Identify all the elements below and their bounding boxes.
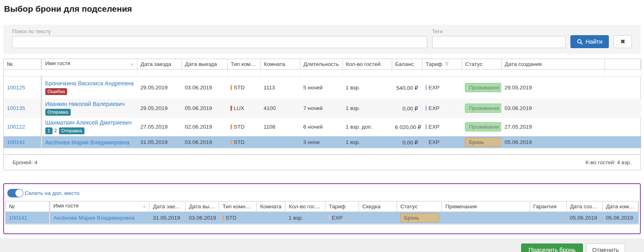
room-type-color-icon: [230, 140, 232, 145]
bookings-count: Броней: 4: [13, 159, 37, 165]
guest-name-link[interactable]: Шахматкин Алексей Дмитриевич: [45, 119, 132, 126]
col-number[interactable]: №: [6, 201, 49, 212]
cell-created: 27.05.2019: [501, 118, 604, 136]
search-icon: [577, 39, 583, 45]
col-status[interactable]: Статус: [397, 201, 442, 212]
booking-number-link[interactable]: 100135: [7, 105, 25, 111]
guests-count: К-во гостей: 4 взр.: [585, 159, 631, 165]
cell-checkout: 05.06.2019: [182, 99, 227, 118]
filter-cell[interactable]: [342, 70, 392, 76]
col-checkin[interactable]: Дата заезда: [150, 201, 186, 212]
cell-checkin: 31.05.2019: [137, 136, 182, 148]
booking-row-selected[interactable]: 100141 Аксёнова Мария Владимировна 31.05…: [4, 136, 641, 148]
tags-label: Теги: [432, 28, 566, 34]
filter-cell[interactable]: [137, 70, 182, 76]
booking-number-link[interactable]: 100141: [7, 139, 25, 145]
bookings-table: № Имя гостя▲ Дата заезда Дата выезда Тип…: [3, 59, 641, 170]
col-checkout[interactable]: Дата выезда: [186, 201, 219, 212]
cell-tariff: EXP: [422, 99, 462, 118]
filter-icon[interactable]: [445, 62, 449, 66]
filter-cell[interactable]: [604, 70, 641, 76]
cell-guest: Шахматкин Алексей Дмитриевич 12Отправка: [41, 118, 137, 136]
col-discount[interactable]: Скидка: [359, 201, 397, 212]
col-duration[interactable]: Длительность: [300, 59, 342, 70]
col-room[interactable]: Комната: [260, 59, 300, 70]
cell-created: 05.06.2019: [566, 212, 602, 224]
cell-duration: 7 ночей: [300, 99, 342, 118]
col-guest-count[interactable]: Кол-во гостей: [342, 59, 392, 70]
filter-cell[interactable]: [422, 70, 462, 76]
col-checkin[interactable]: Дата заезда: [137, 59, 182, 70]
cell-tariff: EXP: [422, 118, 462, 136]
cell-balance: 0,00 ₽: [392, 99, 422, 118]
cell-discount: [359, 212, 397, 224]
filter-cell[interactable]: [227, 70, 260, 76]
col-room-type[interactable]: Тип комнаты: [227, 59, 260, 70]
col-room-type[interactable]: Тип комнаты: [219, 201, 257, 212]
cell-duration: 5 ночей: [300, 76, 342, 99]
cell-room: 1113: [260, 76, 300, 99]
cell-duration: 3 ночи: [300, 136, 342, 148]
cell-number: 100135: [4, 99, 41, 118]
col-modified[interactable]: Дата изме…: [602, 201, 638, 212]
cell-checkin: 27.05.2019: [137, 118, 182, 136]
extra-bed-table: № Имя гостя▲ Дата заезда Дата выезда Тип…: [5, 201, 639, 224]
col-guest[interactable]: Имя гостя▲: [41, 59, 137, 70]
page-title: Выбор брони для подселения: [3, 3, 641, 14]
filter-cell[interactable]: [182, 70, 227, 76]
col-status[interactable]: Статус: [462, 59, 501, 70]
booking-number-link[interactable]: 100122: [7, 124, 25, 130]
booking-number-link[interactable]: 100141: [9, 215, 27, 221]
filter-cell[interactable]: [462, 70, 501, 76]
cell-guest-count: 1 взр. доп.: [342, 118, 392, 136]
col-balance[interactable]: Баланс: [392, 59, 422, 70]
booking-row[interactable]: 100125 Броничкина Василиса Андреевна Оши…: [4, 76, 641, 99]
extra-bed-toggle[interactable]: [7, 189, 23, 197]
col-created[interactable]: Дата создания: [501, 59, 604, 70]
col-created[interactable]: Дата созд…: [566, 201, 602, 212]
cell-balance: 0,00 ₽: [392, 136, 422, 148]
filter-cell[interactable]: [260, 70, 300, 76]
col-tariff[interactable]: Тариф: [422, 59, 462, 70]
col-guarantee[interactable]: Гарантия: [530, 201, 566, 212]
filter-cell[interactable]: [300, 70, 342, 76]
search-text-input[interactable]: [12, 36, 427, 48]
close-icon: ✖: [620, 38, 625, 45]
cell-modified: 05.06.2019: [602, 212, 638, 224]
find-button-label: Найти: [586, 38, 602, 45]
cancel-button[interactable]: Отменить: [586, 244, 625, 252]
filter-cell[interactable]: [501, 70, 604, 76]
cell-number: 100125: [4, 76, 41, 99]
cell-status: Проживание: [462, 99, 501, 118]
cell-guest-count: 1 взр.: [342, 76, 392, 99]
col-guest-count[interactable]: Кол-во гостей: [285, 201, 325, 212]
booking-number-link[interactable]: 100125: [7, 85, 25, 91]
booking-row[interactable]: 100122 Шахматкин Алексей Дмитриевич 12От…: [4, 118, 641, 136]
filter-cell[interactable]: [4, 70, 41, 76]
guest-name-link[interactable]: Броничкина Василиса Андреевна: [45, 80, 134, 87]
find-button[interactable]: Найти: [570, 35, 609, 48]
col-notes[interactable]: Примечания: [442, 201, 530, 212]
sort-asc-icon: ▲: [130, 60, 134, 68]
status-badge: Проживание: [465, 83, 501, 92]
confirm-button[interactable]: Подселить бронь: [521, 244, 583, 252]
col-checkout[interactable]: Дата выезда: [182, 59, 227, 70]
col-room[interactable]: Комната: [257, 201, 285, 212]
cell-guest-count: 1 взр.: [342, 136, 392, 148]
booking-row[interactable]: 100135 Иванкин Николай Валериевич Отправ…: [4, 99, 641, 118]
cell-status: Проживание: [462, 118, 501, 136]
filter-cell[interactable]: [392, 70, 422, 76]
cell-guest: Аксёнова Мария Владимировна: [41, 136, 137, 148]
tags-input[interactable]: [432, 36, 566, 48]
booking-row-selected[interactable]: 100141 Аксёнова Мария Владимировна 31.05…: [6, 212, 638, 224]
clear-filters-button[interactable]: ✖: [614, 35, 632, 48]
filter-cell[interactable]: [41, 70, 137, 76]
col-tariff[interactable]: Тариф: [325, 201, 359, 212]
count-badge: 1: [45, 127, 53, 135]
col-guest[interactable]: Имя гостя▲: [49, 201, 150, 212]
guest-name-link[interactable]: Иванкин Николай Валериевич: [45, 101, 125, 107]
guest-name-link[interactable]: Аксёнова Мария Владимировна: [45, 139, 130, 146]
guest-name-link[interactable]: Аксёнова Мария Владимировна: [53, 215, 135, 221]
extra-bed-toggle-label: Селить на доп. место: [25, 190, 79, 196]
col-number[interactable]: №: [4, 59, 41, 70]
